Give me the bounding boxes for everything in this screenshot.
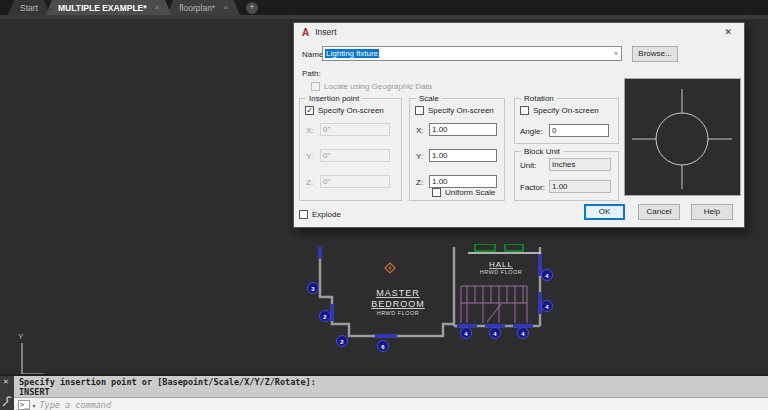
- tab-close-icon[interactable]: ×: [223, 3, 228, 12]
- hall-label: HALL: [489, 260, 513, 269]
- checkbox-checked-icon[interactable]: ✓: [305, 106, 314, 115]
- insertion-y-label: Y:: [306, 152, 313, 161]
- scale-z-label: Z:: [416, 178, 423, 187]
- explode-label: Explode: [312, 210, 341, 219]
- command-side-strip: ✕: [0, 376, 14, 410]
- command-history: Specify insertion point or [Basepoint/Sc…: [14, 376, 768, 397]
- master-label-1: MASTER: [376, 288, 420, 298]
- rotation-specify-label: Specify On-screen: [533, 106, 599, 115]
- command-input-placeholder[interactable]: Type a command: [39, 400, 111, 410]
- insertion-specify-label: Specify On-screen: [318, 106, 384, 115]
- uniform-scale-label: Uniform Scale: [445, 188, 495, 197]
- insertion-z-label: Z:: [306, 178, 313, 187]
- insertion-point-group: Insertion point ✓ Specify On-screen X: Y…: [299, 98, 402, 201]
- help-button[interactable]: Help: [691, 204, 733, 220]
- command-history-line2: INSERT: [19, 387, 50, 397]
- close-icon[interactable]: ✕: [3, 378, 9, 386]
- insertion-point-legend: Insertion point: [306, 94, 362, 103]
- command-history-line1: Specify insertion point or [Basepoint/Sc…: [19, 377, 316, 387]
- toolbar-strip: [0, 15, 768, 19]
- scale-specify-checkbox[interactable]: Specify On-screen: [415, 106, 494, 115]
- dialog-title: Insert: [315, 27, 336, 37]
- insertion-x-label: X:: [306, 126, 314, 135]
- master-label-2: BEDROOM: [371, 299, 425, 309]
- stairs: [460, 286, 527, 323]
- tab-floorplan[interactable]: floorplan* ×: [167, 0, 240, 15]
- tab-floorplan-label: floorplan*: [179, 3, 215, 13]
- dimension-bubbles: 3 2 2 6 4 4 4 4 4: [308, 270, 553, 352]
- rotation-specify-checkbox[interactable]: Specify On-screen: [520, 106, 599, 115]
- command-panel: ✕ Specify insertion point or [Basepoint/…: [0, 374, 768, 410]
- autocad-window: Start MULTIPLE EXAMPLE* × floorplan* × +: [0, 0, 768, 410]
- checkbox-icon: [311, 82, 320, 91]
- checkbox-icon[interactable]: [299, 210, 308, 219]
- master-floor-label: HRWD FLOOR: [377, 310, 419, 316]
- dialog-titlebar[interactable]: A Insert ✕: [294, 23, 744, 41]
- floor-plan: MASTER BEDROOM HRWD FLOOR HALL HRWD FLOO…: [295, 244, 561, 356]
- tab-close-icon[interactable]: ×: [155, 3, 160, 12]
- chevron-down-icon[interactable]: ˅: [614, 50, 619, 57]
- insertion-x-field: [320, 123, 390, 136]
- insertion-y-field: [320, 149, 390, 162]
- unit-label: Unit:: [520, 161, 536, 170]
- path-label: Path:: [302, 69, 321, 78]
- scale-z-field[interactable]: [429, 175, 497, 188]
- checkbox-icon[interactable]: [432, 188, 441, 197]
- block-unit-group: Block Unit Unit: Factor:: [514, 151, 619, 201]
- geographic-data-checkbox: Locate using Geographic Data: [311, 82, 432, 91]
- wrench-icon[interactable]: [1, 396, 13, 408]
- checkbox-icon[interactable]: [520, 106, 529, 115]
- prompt-icon: >_: [18, 400, 30, 410]
- scale-x-label: X:: [416, 126, 424, 135]
- scale-y-field[interactable]: [429, 149, 497, 162]
- tab-multiple-example[interactable]: MULTIPLE EXAMPLE* ×: [46, 0, 171, 15]
- bath-fixture: [475, 244, 495, 251]
- explode-checkbox[interactable]: Explode: [299, 210, 341, 219]
- lighting-fixture-preview-icon: [625, 79, 740, 195]
- insert-marker-icon: [385, 263, 395, 273]
- bath-fixture: [505, 244, 523, 251]
- rotation-legend: Rotation: [521, 94, 557, 103]
- chevron-down-icon[interactable]: ▾: [32, 402, 35, 409]
- autocad-logo-icon: A: [302, 27, 309, 38]
- geographic-data-label: Locate using Geographic Data: [324, 82, 432, 91]
- insertion-z-field: [320, 175, 390, 188]
- scale-group: Scale Specify On-screen X: Y: Z: Uniform…: [409, 98, 505, 201]
- checkbox-icon[interactable]: [415, 106, 424, 115]
- rotation-group: Rotation Specify On-screen Angle:: [514, 98, 619, 144]
- tab-multiple-example-label: MULTIPLE EXAMPLE*: [58, 3, 147, 13]
- scale-y-label: Y:: [416, 152, 423, 161]
- cancel-button[interactable]: Cancel: [638, 204, 680, 220]
- command-input-row[interactable]: >_ ▾ Type a command: [14, 397, 768, 410]
- hall-floor-label: HRWD FLOOR: [480, 269, 522, 275]
- ucs-y-label: Y: [18, 332, 24, 341]
- browse-button[interactable]: Browse...: [632, 46, 678, 62]
- dialog-close-icon[interactable]: ✕: [720, 26, 736, 38]
- unit-field: [549, 158, 611, 171]
- scale-specify-label: Specify On-screen: [428, 106, 494, 115]
- name-value: Lighting fixture: [325, 49, 379, 58]
- angle-label: Angle:: [520, 127, 543, 136]
- block-preview: [624, 78, 741, 196]
- new-tab-button[interactable]: +: [246, 2, 258, 14]
- scale-x-field[interactable]: [429, 123, 497, 136]
- scale-legend: Scale: [416, 94, 442, 103]
- factor-label: Factor:: [520, 183, 545, 192]
- uniform-scale-checkbox[interactable]: Uniform Scale: [432, 188, 495, 197]
- name-combobox[interactable]: Lighting fixture ˅: [322, 46, 622, 61]
- file-tab-bar: Start MULTIPLE EXAMPLE* × floorplan* × +: [0, 0, 768, 15]
- tab-start-label: Start: [20, 3, 38, 13]
- insertion-specify-checkbox[interactable]: ✓ Specify On-screen: [305, 106, 384, 115]
- block-unit-legend: Block Unit: [521, 147, 563, 156]
- angle-field[interactable]: [549, 124, 609, 137]
- tab-start[interactable]: Start: [8, 0, 50, 15]
- ok-button[interactable]: OK: [584, 204, 625, 220]
- factor-field: [549, 180, 611, 193]
- insert-dialog: A Insert ✕ Name: Lighting fixture ˅ Brow…: [293, 22, 745, 228]
